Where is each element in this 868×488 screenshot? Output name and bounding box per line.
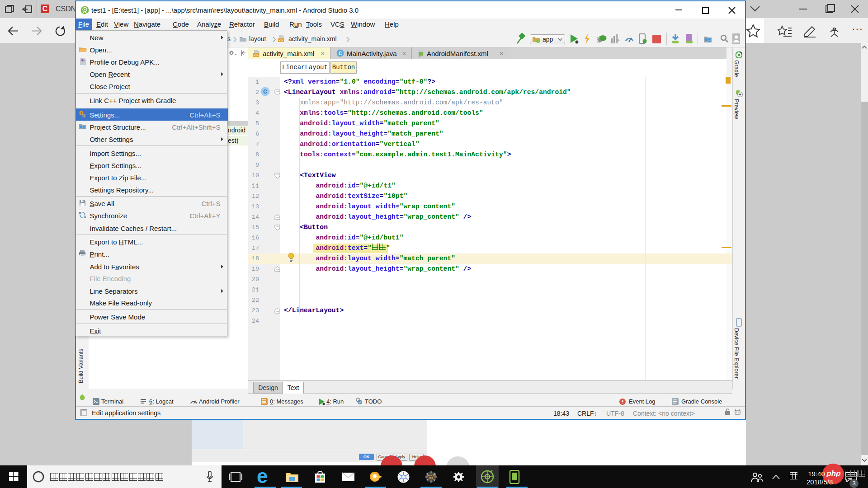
svg-text:<>: <> xyxy=(279,39,283,42)
svg-text:<>: <> xyxy=(254,53,258,57)
svg-text:C: C xyxy=(339,51,342,56)
svg-text:C: C xyxy=(263,89,267,95)
svg-text:IDE: IDE xyxy=(429,477,434,479)
